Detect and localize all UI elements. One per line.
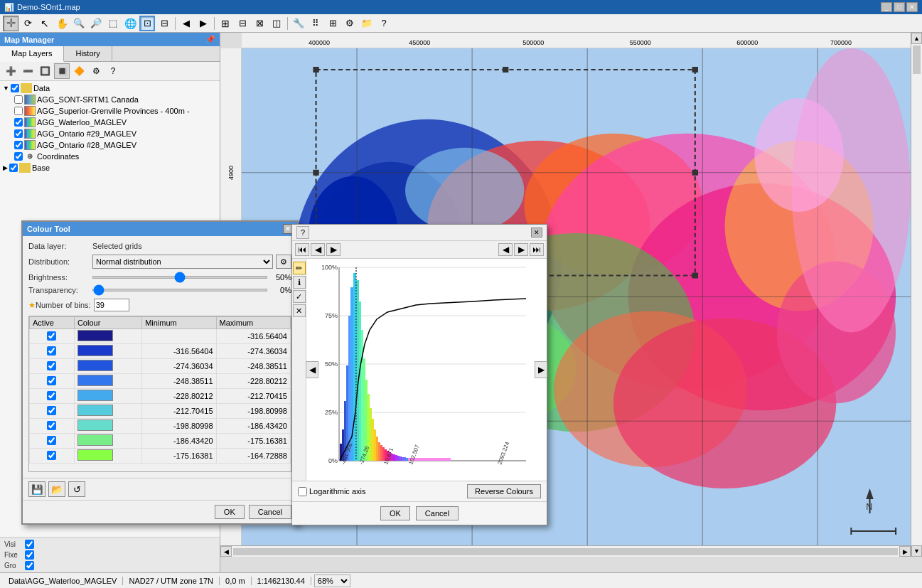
panel-layers-button[interactable]: 🔳 (54, 63, 70, 79)
hist-check-button[interactable]: ✓ (293, 290, 306, 303)
tool1-button[interactable]: 🔧 (291, 16, 306, 31)
hist-prev2-button[interactable]: ◀ (498, 243, 513, 256)
new-button[interactable]: ✛ (3, 16, 18, 31)
help-button[interactable]: ? (376, 16, 392, 31)
save-palette-button[interactable]: 💾 (28, 481, 45, 497)
layer-ontario28-checkbox[interactable] (14, 141, 23, 149)
colour-table-row[interactable]: -198.80998 -186.43420 (30, 419, 291, 434)
layer-data-group[interactable]: ▼ Data (1, 82, 218, 94)
colour-table-row[interactable]: -316.56404 (30, 329, 291, 344)
row-active-checkbox[interactable] (47, 376, 56, 385)
layer-superior[interactable]: AGG_Superior-Grenville Provinces - 400m … (13, 105, 218, 117)
panel-help-button[interactable]: ? (105, 63, 121, 79)
hist-left-nav-button[interactable]: ◀ (306, 361, 318, 378)
zoom-rect-button[interactable]: ⬚ (105, 16, 121, 31)
histogram-cancel-button[interactable]: Cancel (416, 506, 459, 520)
layer-srtm[interactable]: AGG_SONT-SRTM1 Canada (13, 94, 218, 105)
grid-button[interactable]: ⠿ (308, 16, 323, 31)
hist-right-arrow[interactable]: ▶ (535, 361, 547, 378)
row-active-checkbox[interactable] (47, 406, 56, 415)
panel-remove-button[interactable]: ➖ (20, 63, 36, 79)
scroll-up-button[interactable]: ▲ (911, 33, 922, 44)
full-extent-button[interactable]: ⊞ (218, 16, 233, 31)
reverse-colours-button[interactable]: Reverse Colours (467, 484, 541, 498)
page-extent-button[interactable]: ◫ (269, 16, 284, 31)
layer-waterloo[interactable]: AGG_Waterloo_MAGLEV (13, 117, 218, 128)
panel-color-button[interactable]: 🔶 (71, 63, 87, 79)
hist-last-button[interactable]: ⏭ (530, 243, 544, 256)
row-active-checkbox[interactable] (47, 391, 56, 400)
scroll-thumb-v[interactable] (913, 46, 921, 74)
visi-checkbox[interactable] (25, 540, 34, 549)
colour-tool-ok-button[interactable]: OK (215, 505, 245, 519)
layer-ontario29-checkbox[interactable] (14, 129, 23, 138)
zoom-select[interactable]: 25% 50% 68% 75% 100% 150% 200% (314, 574, 350, 587)
scroll-down-button[interactable]: ▼ (911, 545, 922, 557)
layer-coordinates[interactable]: ⊕ Coordinates (13, 151, 218, 162)
hist-pencil-button[interactable]: ✏ (293, 262, 306, 274)
tab-map-layers[interactable]: Map Layers (0, 46, 64, 62)
layer-base-group[interactable]: ▶ Base (1, 162, 218, 173)
scroll-left-button[interactable]: ◀ (220, 546, 232, 557)
arrow-button[interactable]: ↖ (37, 16, 53, 31)
pin-icon[interactable]: 📌 (205, 35, 215, 44)
bins-input[interactable]: 39 (94, 299, 129, 311)
zoom-in-button[interactable]: 🔍 (71, 16, 87, 31)
tab-history[interactable]: History (64, 46, 112, 61)
hist-next-button[interactable]: ▶ (326, 243, 341, 256)
open-button[interactable]: ⟳ (20, 16, 36, 31)
pan-button[interactable]: ✋ (54, 16, 70, 31)
distribution-select[interactable]: Normal distribution Linear distribution … (92, 255, 273, 269)
row-active-checkbox[interactable] (47, 451, 56, 460)
layer-ontario29[interactable]: AGG_Ontario #29_MAGLEV (13, 128, 218, 139)
panel-settings-button[interactable]: ⚙ (88, 63, 104, 79)
collapse-data[interactable]: ▼ (3, 85, 9, 92)
close-button[interactable]: ✕ (906, 2, 918, 12)
scrollbar-horizontal[interactable]: ◀ ▶ (220, 545, 911, 557)
layer-ontario28[interactable]: AGG_Ontario #28_MAGLEV (13, 139, 218, 151)
fixe-checkbox[interactable] (25, 550, 34, 560)
scroll-right-button[interactable]: ▶ (899, 546, 911, 557)
files-button[interactable]: 📁 (359, 16, 375, 31)
zoom-out-button[interactable]: 🔎 (88, 16, 104, 31)
layer-extent-button[interactable]: ⊟ (235, 16, 250, 31)
colour-table-row[interactable]: -228.80212 -212.70415 (30, 389, 291, 404)
colour-table-row[interactable]: -186.43420 -175.16381 (30, 434, 291, 449)
histogram-close-button[interactable]: ✕ (531, 228, 542, 237)
hist-question-button[interactable]: ? (296, 226, 309, 239)
colour-table-row[interactable]: -274.36034 -248.38511 (30, 359, 291, 374)
layer-coordinates-checkbox[interactable] (14, 152, 23, 161)
colour-tool-cancel-button[interactable]: Cancel (249, 505, 291, 519)
panel-add-button[interactable]: ➕ (3, 63, 18, 79)
scrollbar-vertical[interactable]: ▲ ▼ (911, 33, 922, 557)
back-button[interactable]: ◀ (178, 16, 194, 31)
select-box-button[interactable]: ⊡ (139, 16, 155, 31)
colour-table-row[interactable]: -175.16381 -164.72888 (30, 449, 291, 464)
colour-table-container[interactable]: Active Colour Minimum Maximum -316.56404… (28, 316, 291, 472)
minimize-button[interactable]: _ (881, 2, 892, 12)
panel-select-button[interactable]: 🔲 (37, 63, 53, 79)
colour-table-row[interactable]: -212.70415 -198.80998 (30, 404, 291, 419)
logarithmic-checkbox[interactable] (298, 487, 307, 496)
distribution-settings-button[interactable]: ⚙ (276, 255, 291, 269)
select2-button[interactable]: ⊟ (156, 16, 172, 31)
layer-superior-checkbox[interactable] (14, 107, 23, 115)
row-active-checkbox[interactable] (47, 436, 56, 445)
layer-waterloo-checkbox[interactable] (14, 118, 23, 127)
load-palette-button[interactable]: 📂 (48, 481, 65, 497)
hist-next2-button[interactable]: ▶ (514, 243, 528, 256)
layer-srtm-checkbox[interactable] (14, 95, 23, 104)
forward-button[interactable]: ▶ (195, 16, 211, 31)
row-active-checkbox[interactable] (47, 331, 56, 341)
hist-prev-button[interactable]: ◀ (311, 243, 325, 256)
reset-palette-button[interactable]: ↺ (68, 481, 85, 497)
colour-table-row[interactable]: -316.56404 -274.36034 (30, 344, 291, 359)
row-active-checkbox[interactable] (47, 361, 56, 370)
histogram-ok-button[interactable]: OK (380, 506, 410, 520)
hist-right-nav-button[interactable]: ▶ (535, 361, 547, 378)
hist-left-arrow[interactable]: ◀ (306, 361, 318, 378)
scroll-thumb-h[interactable] (233, 548, 898, 555)
data-group-checkbox[interactable] (11, 84, 19, 92)
globe-button[interactable]: 🌐 (122, 16, 138, 31)
hist-x-button[interactable]: ✕ (293, 304, 306, 317)
